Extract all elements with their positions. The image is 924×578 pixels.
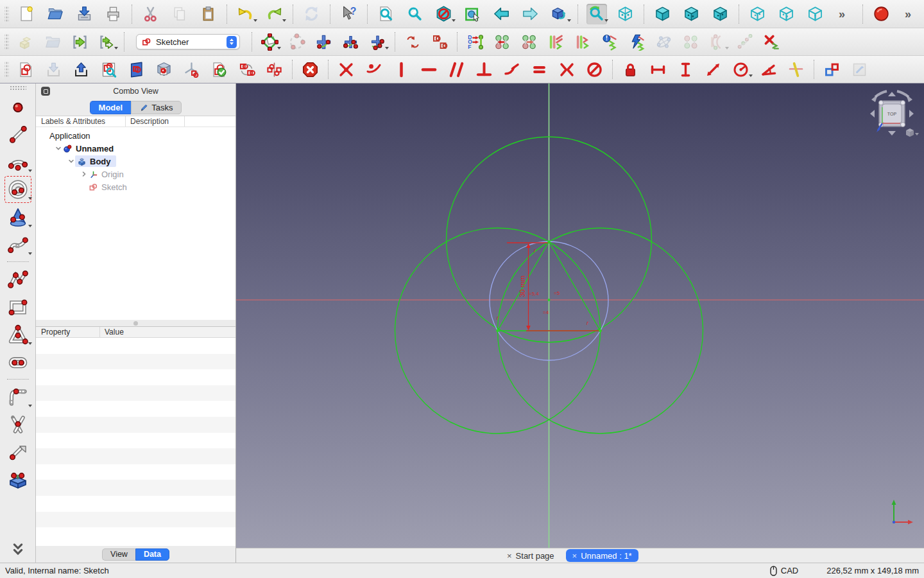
create-point-icon[interactable] <box>5 94 31 119</box>
merge-sketches-icon[interactable] <box>313 31 334 52</box>
document-tab-start-page[interactable]: ×Start page <box>501 549 561 562</box>
document-tab-unnamed-1-[interactable]: ×Unnamed : 1* <box>566 549 638 562</box>
column-value[interactable]: Value <box>100 328 124 337</box>
extend-edge-icon[interactable] <box>5 439 31 465</box>
select-partially-redundant-icon[interactable] <box>572 31 593 52</box>
toolbar-expand-icon[interactable] <box>5 536 31 562</box>
property-row-empty[interactable] <box>36 433 235 449</box>
constrain-distance-x-icon[interactable] <box>648 59 669 80</box>
stop-operation-icon[interactable] <box>300 59 321 80</box>
front-view-icon[interactable] <box>653 4 673 24</box>
constrain-snells-law-icon[interactable] <box>786 59 807 80</box>
new-document-icon[interactable] <box>17 4 37 24</box>
rear-view-icon[interactable] <box>748 4 768 24</box>
sketch-vertex[interactable] <box>547 240 551 243</box>
toolbar-drag-handle[interactable] <box>10 85 26 91</box>
bottom-view-icon[interactable] <box>776 4 797 24</box>
sketch-vertex[interactable] <box>599 329 602 333</box>
switch-virtual-space-icon[interactable] <box>850 59 870 80</box>
radius-constraint-label[interactable]: r <box>586 320 589 326</box>
property-row-empty[interactable] <box>36 464 235 480</box>
attach-sketch-icon[interactable] <box>286 31 307 52</box>
tree-item-origin[interactable]: Origin <box>36 168 235 180</box>
constrain-parallel-icon[interactable] <box>447 59 467 80</box>
sketch-snap-icon[interactable] <box>367 31 388 52</box>
create-arc-icon[interactable] <box>5 149 31 175</box>
clone-geometry-icon[interactable] <box>680 31 701 52</box>
property-row-empty[interactable] <box>36 512 235 528</box>
create-rectangle-icon[interactable] <box>5 294 31 320</box>
toolbar-drag-handle[interactable] <box>4 6 9 22</box>
property-row-empty[interactable] <box>36 527 235 543</box>
nav-style-label[interactable]: CAD <box>781 566 798 575</box>
redo-icon[interactable] <box>264 4 285 24</box>
toolbar-drag-handle[interactable] <box>4 33 9 50</box>
record-macro-icon[interactable] <box>871 4 892 24</box>
select-solver-dofs-icon[interactable]: DOF <box>465 31 485 52</box>
constraint-label-5[interactable]: =5 <box>554 290 560 296</box>
copy-geometry-icon[interactable] <box>707 31 728 52</box>
copy-icon[interactable] <box>169 4 190 24</box>
tree-item-body[interactable]: Body <box>36 155 235 168</box>
mouse-nav-icon[interactable] <box>770 566 777 576</box>
create-bspline-icon[interactable] <box>5 232 31 258</box>
3d-viewport[interactable]: 30 mm =5,4 =5 =4 r r r <box>236 83 924 563</box>
box-zoom-icon[interactable] <box>463 4 483 24</box>
select-conflicting-constraints-icon[interactable]: ! <box>599 31 620 52</box>
tab-tasks[interactable]: Tasks <box>131 101 182 114</box>
sketch-vertex[interactable] <box>496 329 499 333</box>
constrain-radius-icon[interactable] <box>731 59 751 80</box>
tree-item-application[interactable]: Application <box>36 129 235 142</box>
column-property[interactable]: Property <box>36 327 100 337</box>
reorient-sketch-icon[interactable] <box>182 59 202 80</box>
link-make-icon[interactable] <box>69 31 90 52</box>
view-rotate-mini-icon[interactable] <box>402 31 423 52</box>
expander-open-icon[interactable] <box>67 158 75 164</box>
clipping-plane-icon[interactable] <box>434 4 454 24</box>
move-geometry-icon[interactable] <box>734 31 755 52</box>
property-row-empty[interactable] <box>36 448 235 464</box>
tab-view[interactable]: View <box>102 548 135 561</box>
link-group-icon[interactable] <box>96 31 117 52</box>
create-sketch-page-icon[interactable] <box>16 59 37 80</box>
undock-icon[interactable] <box>41 87 50 96</box>
map-sketch-to-face-icon[interactable] <box>154 59 175 80</box>
view-sketch-icon[interactable] <box>99 59 119 80</box>
tree-item-sketch[interactable]: Sketch <box>36 180 235 193</box>
edit-sketch-icon[interactable] <box>259 31 280 52</box>
constrain-distance-icon[interactable] <box>703 59 724 80</box>
property-row-empty[interactable] <box>36 369 235 385</box>
create-polyline-icon[interactable] <box>5 267 31 292</box>
sync-view-icon[interactable] <box>586 4 607 24</box>
property-row-empty[interactable] <box>36 338 235 354</box>
validate-sketch-icon[interactable] <box>209 59 230 80</box>
toolbar-overflow-icon[interactable]: » <box>900 4 921 24</box>
select-associated-elements-icon[interactable] <box>518 31 539 52</box>
toggle-construction-icon[interactable] <box>822 59 843 80</box>
workbench-stepper-icon[interactable] <box>227 36 237 48</box>
constrain-perpendicular-icon[interactable] <box>474 59 495 80</box>
create-fillet-icon[interactable] <box>5 384 31 410</box>
select-associated-constraints-icon[interactable] <box>492 31 512 52</box>
refresh-icon[interactable] <box>302 4 322 24</box>
panel-splitter[interactable] <box>36 320 235 326</box>
cut-icon[interactable] <box>141 4 161 24</box>
expander-closed-icon[interactable] <box>80 171 88 177</box>
navigation-cube[interactable]: TOP <box>865 87 919 142</box>
sketch-geometry[interactable]: 30 mm =5,4 =5 =4 r r r <box>236 83 924 548</box>
external-geometry-icon[interactable] <box>5 467 31 493</box>
property-row-empty[interactable] <box>36 401 235 417</box>
sketch-grid-icon[interactable] <box>340 31 361 52</box>
origin-point[interactable] <box>547 299 550 301</box>
print-icon[interactable] <box>103 4 124 24</box>
constrain-coincident-icon[interactable] <box>336 59 357 80</box>
column-labels-attributes[interactable]: Labels & Attributes <box>36 116 126 127</box>
view-section-icon[interactable] <box>126 59 147 80</box>
workbench-selector[interactable]: Sketcher <box>136 34 240 49</box>
expander-open-icon[interactable] <box>54 145 62 152</box>
constrain-distance-y-icon[interactable] <box>676 59 696 80</box>
close-icon[interactable]: × <box>507 551 512 561</box>
undo-icon[interactable] <box>235 4 256 24</box>
tree-item-unnamed[interactable]: Unnamed <box>36 142 235 155</box>
select-malformed-constraints-icon[interactable] <box>545 31 566 52</box>
